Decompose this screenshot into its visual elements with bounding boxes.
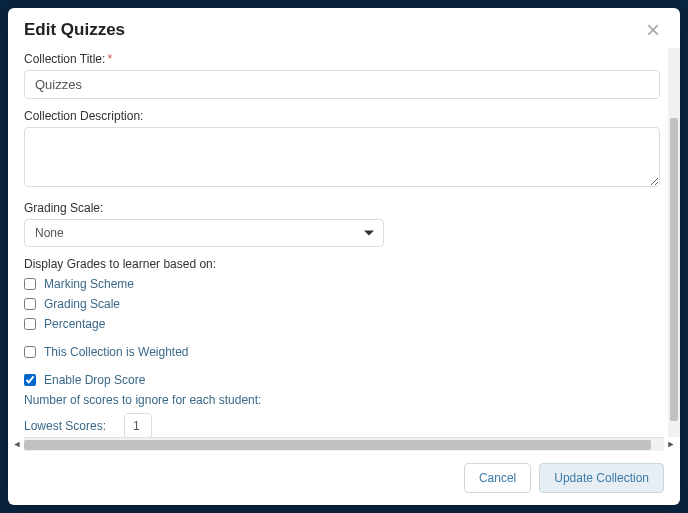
vertical-scrollbar-thumb[interactable] [670, 118, 678, 421]
grading-scale-select[interactable]: None [24, 219, 384, 247]
grading-scale-label: Grading Scale: [24, 201, 660, 215]
required-indicator: * [107, 52, 112, 66]
modal-title: Edit Quizzes [24, 20, 125, 40]
close-icon: × [646, 16, 660, 43]
collection-description-group: Collection Description: [24, 109, 660, 191]
grading-scale-select-wrapper: None [24, 219, 384, 247]
vertical-scrollbar[interactable] [668, 48, 680, 437]
marking-scheme-checkbox[interactable] [24, 278, 36, 290]
edit-quizzes-modal: Edit Quizzes × Collection Title:* Collec… [8, 8, 680, 505]
drop-score-label[interactable]: Enable Drop Score [44, 373, 145, 387]
scroll-right-arrow-icon[interactable]: ► [664, 437, 678, 451]
ignore-scores-label: Number of scores to ignore for each stud… [24, 393, 660, 407]
modal-body-wrapper: Collection Title:* Collection Descriptio… [8, 48, 680, 437]
grading-scale-checkbox-row: Grading Scale [24, 297, 660, 311]
collection-title-input[interactable] [24, 70, 660, 99]
lowest-scores-label: Lowest Scores: [24, 419, 124, 433]
percentage-row: Percentage [24, 317, 660, 331]
grading-scale-group: Grading Scale: None [24, 201, 660, 247]
drop-score-checkbox[interactable] [24, 374, 36, 386]
marking-scheme-label[interactable]: Marking Scheme [44, 277, 134, 291]
percentage-label[interactable]: Percentage [44, 317, 105, 331]
cancel-button[interactable]: Cancel [464, 463, 531, 493]
weighted-checkbox[interactable] [24, 346, 36, 358]
scroll-left-arrow-icon[interactable]: ◄ [10, 437, 24, 451]
collection-description-textarea[interactable] [24, 127, 660, 187]
modal-header: Edit Quizzes × [8, 8, 680, 48]
lowest-scores-row: Lowest Scores: [24, 413, 660, 437]
collection-title-label: Collection Title:* [24, 52, 660, 66]
horizontal-scrollbar-container: ◄ ► [24, 437, 664, 451]
horizontal-scrollbar-thumb[interactable] [24, 440, 651, 450]
modal-body: Collection Title:* Collection Descriptio… [8, 48, 676, 437]
close-button[interactable]: × [642, 18, 664, 42]
weighted-row: This Collection is Weighted [24, 345, 660, 359]
update-collection-button[interactable]: Update Collection [539, 463, 664, 493]
grading-scale-checkbox-label[interactable]: Grading Scale [44, 297, 120, 311]
display-grades-label: Display Grades to learner based on: [24, 257, 660, 271]
drop-score-section: Enable Drop Score Number of scores to ig… [24, 373, 660, 437]
collection-description-label: Collection Description: [24, 109, 660, 123]
modal-footer: Cancel Update Collection [8, 451, 680, 505]
grading-scale-checkbox[interactable] [24, 298, 36, 310]
lowest-scores-input[interactable] [124, 413, 152, 437]
percentage-checkbox[interactable] [24, 318, 36, 330]
collection-title-group: Collection Title:* [24, 52, 660, 99]
display-grades-group: Display Grades to learner based on: Mark… [24, 257, 660, 331]
horizontal-scrollbar[interactable] [24, 437, 664, 451]
weighted-section: This Collection is Weighted [24, 345, 660, 359]
drop-score-row: Enable Drop Score [24, 373, 660, 387]
weighted-label[interactable]: This Collection is Weighted [44, 345, 189, 359]
marking-scheme-row: Marking Scheme [24, 277, 660, 291]
